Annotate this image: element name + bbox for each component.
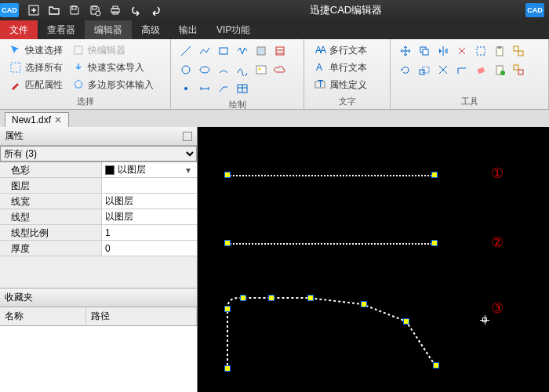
zigzag-icon[interactable] bbox=[234, 42, 251, 60]
menu-output[interactable]: 输出 bbox=[169, 20, 207, 39]
spline-icon[interactable] bbox=[234, 61, 251, 78]
svg-rect-2 bbox=[93, 6, 96, 9]
match-props-button[interactable]: 匹配属性 bbox=[6, 77, 66, 93]
entity-polyline[interactable] bbox=[224, 292, 452, 378]
select-all-button[interactable]: 选择所有 bbox=[6, 60, 66, 75]
prop-key: 线宽 bbox=[0, 194, 102, 209]
ellipse-icon[interactable] bbox=[196, 61, 213, 78]
undo-icon[interactable] bbox=[127, 2, 144, 19]
menu-file[interactable]: 文件 bbox=[0, 20, 38, 39]
prop-row-thickness[interactable]: 厚度0 bbox=[0, 241, 197, 256]
menu-bar: 文件 查看器 编辑器 高级 输出 VIP功能 bbox=[0, 20, 549, 39]
group-label-select: 选择 bbox=[6, 94, 164, 107]
table-icon[interactable] bbox=[234, 80, 251, 97]
close-icon[interactable]: ✕ bbox=[54, 114, 62, 125]
grip-icon[interactable] bbox=[224, 240, 231, 246]
col-name[interactable]: 名称 bbox=[0, 307, 86, 325]
chevron-down-icon[interactable]: ▾ bbox=[183, 165, 194, 176]
circle-icon[interactable] bbox=[177, 61, 195, 78]
copy-icon[interactable] bbox=[416, 42, 433, 60]
poly-input-button[interactable]: 多边形实体输入 bbox=[69, 77, 157, 93]
prop-val: 以图层 bbox=[118, 163, 146, 176]
explode-icon[interactable] bbox=[453, 42, 471, 60]
redo-icon[interactable] bbox=[147, 2, 165, 19]
grip-icon[interactable] bbox=[433, 362, 439, 368]
attdef-button[interactable]: T属性定义 bbox=[311, 77, 370, 93]
trim-icon[interactable] bbox=[434, 61, 452, 78]
app-badge-icon: CAD bbox=[525, 3, 544, 17]
group-label-tools: 工具 bbox=[397, 94, 542, 107]
label: 匹配属性 bbox=[25, 78, 63, 92]
saveas-icon[interactable] bbox=[86, 2, 104, 19]
prop-row-layer[interactable]: 图层 bbox=[0, 178, 197, 194]
group-icon[interactable] bbox=[510, 42, 527, 60]
entity-line[interactable] bbox=[227, 243, 434, 245]
scale-icon[interactable] bbox=[416, 61, 433, 78]
prop-val bbox=[102, 178, 197, 193]
hatch-icon[interactable] bbox=[271, 42, 289, 60]
grip-icon[interactable] bbox=[224, 172, 231, 178]
prop-row-ltscale[interactable]: 线型比例1 bbox=[0, 225, 197, 241]
prop-row-color[interactable]: 色彩 以图层▾ bbox=[0, 162, 197, 178]
polyline-icon[interactable] bbox=[196, 42, 213, 60]
move-icon[interactable] bbox=[397, 42, 414, 60]
prop-val: 以图层 bbox=[102, 209, 197, 224]
drawing-canvas[interactable]: ① ② ③ bbox=[198, 127, 549, 392]
rect-icon[interactable] bbox=[215, 42, 232, 60]
svg-rect-29 bbox=[518, 51, 523, 56]
svg-rect-24 bbox=[423, 49, 428, 55]
tab-new1[interactable]: New1.dxf ✕ bbox=[5, 112, 69, 127]
grip-icon[interactable] bbox=[403, 318, 409, 325]
point-icon[interactable] bbox=[177, 80, 195, 97]
label: 快速实体导入 bbox=[88, 61, 144, 74]
filter-select[interactable]: 所有 (3) bbox=[0, 146, 197, 162]
stext-button[interactable]: A单行文本 bbox=[311, 60, 370, 75]
print-icon[interactable] bbox=[107, 2, 124, 19]
line-icon[interactable] bbox=[177, 42, 195, 60]
leader-icon[interactable] bbox=[215, 80, 232, 97]
fast-import-button[interactable]: 快速实体导入 bbox=[69, 60, 157, 75]
corner-icon[interactable] bbox=[453, 61, 471, 78]
block-icon[interactable] bbox=[253, 42, 270, 60]
annotation-3: ③ bbox=[491, 299, 504, 317]
pin-icon[interactable] bbox=[183, 132, 192, 141]
ungroup-icon[interactable] bbox=[510, 61, 527, 78]
polygon-icon bbox=[72, 78, 85, 91]
menu-vip[interactable]: VIP功能 bbox=[207, 20, 260, 39]
grip-icon[interactable] bbox=[224, 365, 231, 372]
rotate-icon[interactable] bbox=[397, 61, 414, 78]
open-icon[interactable] bbox=[45, 2, 63, 19]
menu-advanced[interactable]: 高级 bbox=[132, 20, 169, 39]
mtext-button[interactable]: AA多行文本 bbox=[311, 42, 370, 58]
quick-edit-button: 快编辑器 bbox=[69, 42, 157, 58]
new-icon[interactable] bbox=[25, 2, 42, 19]
document-tabs: New1.dxf ✕ bbox=[0, 110, 549, 127]
menu-editor[interactable]: 编辑器 bbox=[85, 20, 132, 39]
paste2-icon[interactable] bbox=[491, 61, 508, 78]
menu-viewer[interactable]: 查看器 bbox=[38, 20, 85, 39]
save-icon[interactable] bbox=[66, 2, 83, 19]
erase-icon[interactable] bbox=[472, 61, 489, 78]
grip-icon[interactable] bbox=[240, 295, 246, 301]
arc-icon[interactable] bbox=[215, 61, 232, 78]
mirror-icon[interactable] bbox=[434, 42, 452, 60]
cloud-icon[interactable] bbox=[271, 61, 289, 78]
svg-rect-27 bbox=[498, 46, 501, 49]
grip-icon[interactable] bbox=[307, 295, 314, 301]
grip-icon[interactable] bbox=[224, 306, 231, 312]
dotted-rect-icon[interactable] bbox=[472, 42, 489, 60]
entity-line[interactable] bbox=[227, 175, 434, 176]
prop-val: 1 bbox=[102, 225, 197, 240]
prop-row-lineweight[interactable]: 线宽以图层 bbox=[0, 194, 197, 209]
quick-select-button[interactable]: 快速选择 bbox=[6, 42, 66, 58]
prop-row-linetype[interactable]: 线型以图层 bbox=[0, 209, 197, 225]
grip-icon[interactable] bbox=[268, 295, 274, 301]
grip-icon[interactable] bbox=[431, 240, 438, 246]
col-path[interactable]: 路径 bbox=[86, 307, 197, 325]
grip-icon[interactable] bbox=[431, 172, 438, 178]
label: 多边形实体输入 bbox=[88, 78, 154, 92]
dim-icon[interactable] bbox=[196, 80, 213, 97]
grip-icon[interactable] bbox=[361, 301, 367, 307]
paste-icon[interactable] bbox=[491, 42, 508, 60]
image-icon[interactable] bbox=[253, 61, 270, 78]
